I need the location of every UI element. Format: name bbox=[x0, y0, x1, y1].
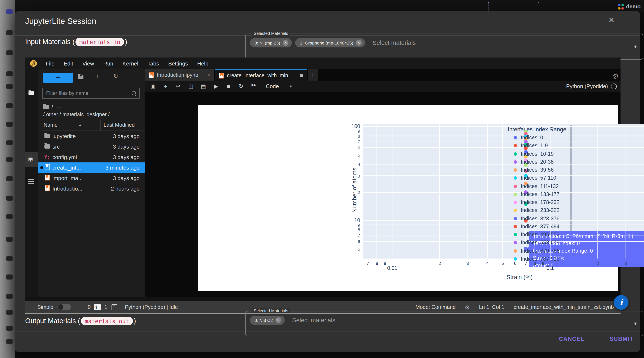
legend-item[interactable]: Indices: 10-19 bbox=[514, 151, 554, 157]
select-materials-placeholder[interactable]: Select materials bbox=[292, 317, 336, 323]
save-icon[interactable]: ▣ bbox=[147, 83, 159, 89]
legend-item[interactable]: Indices: 787-913 bbox=[514, 256, 560, 262]
legend-item[interactable]: Indices: 553-678 bbox=[514, 240, 560, 246]
legend-item[interactable]: Indices: 323-376 bbox=[514, 215, 560, 221]
sort-ascending-icon[interactable]: ▲ bbox=[78, 123, 82, 127]
background-sidebar-icon bbox=[6, 326, 12, 331]
info-button[interactable]: i bbox=[614, 295, 628, 310]
cancel-button[interactable]: CANCEL bbox=[559, 336, 584, 342]
paste-icon[interactable]: ▤ bbox=[197, 83, 210, 89]
copy-icon[interactable]: ◫ bbox=[184, 83, 197, 89]
breadcrumb-root[interactable]: / bbox=[52, 104, 53, 110]
background-sidebar-icon bbox=[6, 122, 12, 127]
column-last-modified[interactable]: Last Modified bbox=[104, 122, 135, 128]
legend-scrollbar[interactable] bbox=[570, 125, 572, 243]
select-materials-placeholder[interactable]: Select materials bbox=[372, 40, 416, 46]
menu-item-kernel[interactable]: Kernel bbox=[118, 60, 143, 67]
close-icon[interactable]: × bbox=[609, 15, 614, 26]
new-folder-icon[interactable]: + bbox=[78, 74, 84, 81]
add-cell-icon[interactable]: + bbox=[159, 83, 172, 89]
legend-item[interactable]: Indices: 495-552 bbox=[514, 232, 560, 238]
close-tab-icon[interactable]: × bbox=[207, 72, 210, 78]
background-app-sidebar bbox=[0, 0, 15, 358]
legend-item[interactable]: Indices: 377-494 bbox=[514, 224, 560, 230]
gear-icon[interactable]: ⚙ bbox=[612, 72, 619, 81]
kernel-name[interactable]: Python (Pyodide) bbox=[566, 83, 608, 89]
menu-item-view[interactable]: View bbox=[78, 60, 99, 67]
file-row[interactable]: src3 days ago bbox=[38, 141, 145, 152]
file-type-icon bbox=[44, 144, 50, 150]
file-row[interactable]: import_ma...3 days ago bbox=[38, 173, 145, 183]
run-icon[interactable]: ▶ bbox=[210, 83, 222, 89]
new-tab-button[interactable]: + bbox=[308, 69, 318, 81]
restart-icon[interactable]: ↻ bbox=[235, 83, 247, 89]
submit-button[interactable]: SUBMIT bbox=[610, 336, 633, 342]
legend-item[interactable]: Indices: 679-786 bbox=[514, 248, 560, 254]
legend-item[interactable]: Indices: 233-322 bbox=[514, 208, 560, 213]
legend-item[interactable]: Indices: 178-232 bbox=[514, 199, 560, 205]
chevron-down-icon[interactable]: ▼ bbox=[633, 321, 638, 326]
menu-item-run[interactable]: Run bbox=[99, 60, 118, 67]
cut-icon[interactable]: ✂ bbox=[172, 83, 184, 89]
stop-icon[interactable]: ■ bbox=[222, 83, 235, 89]
file-row[interactable]: Y:config.yml3 days ago bbox=[38, 152, 145, 162]
legend-item[interactable]: Indices: 39-56 bbox=[514, 167, 554, 173]
tab-create-interface-with-min-[interactable]: create_interface_with_min_ bbox=[215, 69, 308, 81]
filter-files-input[interactable]: Filter files by name bbox=[42, 88, 140, 99]
chip-remove-icon[interactable]: × bbox=[356, 40, 362, 46]
material-chip[interactable]: 1: Graphene (mp-1040425)× bbox=[296, 38, 365, 48]
file-row[interactable]: create_int...3 minutes ago bbox=[38, 162, 145, 173]
legend-item[interactable]: Indices: 111-132 bbox=[514, 183, 559, 189]
file-list-header[interactable]: Name ▲ Last Modified bbox=[42, 120, 145, 131]
breadcrumb[interactable]: / ⋯ bbox=[43, 104, 61, 110]
cursor-position[interactable]: Ln 1, Col 1 bbox=[479, 304, 504, 310]
file-row[interactable]: Introductio...2 hours ago bbox=[38, 183, 145, 194]
x-gridline bbox=[377, 124, 377, 258]
column-name[interactable]: Name bbox=[44, 122, 58, 128]
menu-item-settings[interactable]: Settings bbox=[164, 60, 192, 67]
x-gridline bbox=[550, 124, 550, 258]
file-browser-tab-icon[interactable] bbox=[28, 91, 34, 95]
simple-mode-toggle[interactable] bbox=[58, 304, 71, 310]
menu-item-help[interactable]: Help bbox=[192, 60, 213, 67]
shield-x-icon[interactable]: ⊗ bbox=[465, 304, 470, 310]
new-launcher-button[interactable]: + bbox=[43, 73, 73, 83]
home-folder-icon[interactable] bbox=[43, 105, 49, 109]
kernel-status-text[interactable]: Python (Pyodide) | Idle bbox=[125, 304, 178, 310]
mode-indicator[interactable]: Mode: Command bbox=[416, 304, 456, 310]
upload-icon[interactable]: ↑ bbox=[96, 73, 99, 79]
kernels-count[interactable]: 1 bbox=[104, 304, 107, 310]
running-kernels-icon[interactable]: ◉ bbox=[28, 155, 33, 162]
output-selected-materials-field[interactable]: Selected Materials 0: Ni3 C2×Select mate… bbox=[245, 311, 643, 336]
chevron-down-icon[interactable]: ▼ bbox=[633, 44, 638, 49]
refresh-icon[interactable]: ↻ bbox=[113, 73, 118, 79]
file-row[interactable]: jupyterlite3 days ago bbox=[38, 131, 145, 141]
terminals-count[interactable]: 0 bbox=[88, 304, 90, 310]
tab-introduction-ipynb[interactable]: Introduction.ipynb× bbox=[145, 69, 214, 81]
x-tick-label: 4 bbox=[640, 261, 644, 266]
cell-type-dropdown[interactable]: Code bbox=[266, 83, 279, 89]
menu-item-tabs[interactable]: Tabs bbox=[143, 60, 164, 67]
material-chip[interactable]: 0: Ni3 C2× bbox=[250, 316, 285, 325]
legend-item[interactable]: Indices: 133-177 bbox=[514, 191, 560, 197]
breadcrumb-ellipsis[interactable]: ⋯ bbox=[56, 104, 61, 110]
file-type-icon bbox=[44, 175, 50, 182]
legend-item[interactable]: Indices: 20-38 bbox=[514, 159, 554, 165]
background-sidebar-icon bbox=[6, 50, 12, 55]
breadcrumb-path[interactable]: / other / materials_designer / bbox=[43, 112, 110, 118]
chip-remove-icon[interactable]: × bbox=[283, 40, 289, 46]
legend-item[interactable]: Indices: 0 bbox=[514, 135, 543, 141]
menu-item-file[interactable]: File bbox=[41, 60, 59, 67]
kernel-status-icon[interactable] bbox=[611, 84, 617, 89]
fast-forward-icon[interactable]: ▶▶ bbox=[247, 83, 260, 89]
chevron-down-icon[interactable]: ▾ bbox=[290, 84, 292, 89]
legend-item[interactable]: Indices: 1-9 bbox=[514, 143, 548, 149]
x-axis-title: Strain (%) bbox=[506, 274, 532, 280]
y-gridline bbox=[363, 249, 644, 249]
input-selected-materials-field[interactable]: Selected Materials 0: Ni (mp-23)×1: Grap… bbox=[245, 34, 643, 59]
material-chip[interactable]: 0: Ni (mp-23)× bbox=[250, 38, 292, 48]
menu-item-edit[interactable]: Edit bbox=[59, 60, 78, 67]
table-of-contents-icon[interactable] bbox=[28, 179, 34, 184]
chip-remove-icon[interactable]: × bbox=[276, 317, 281, 323]
legend-item[interactable]: Indices: 57-110 bbox=[514, 175, 556, 181]
